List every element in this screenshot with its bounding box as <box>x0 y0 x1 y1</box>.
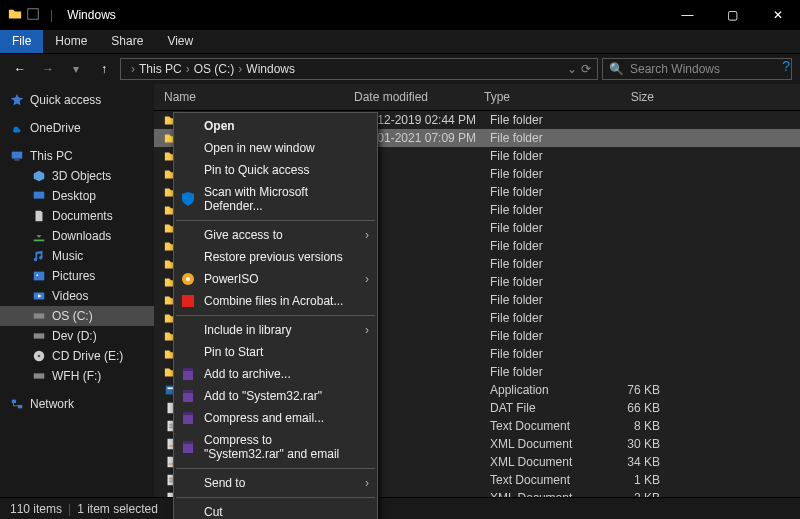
menu-item[interactable]: Restore previous versions <box>174 246 377 268</box>
breadcrumb[interactable]: This PC <box>139 62 182 76</box>
search-icon: 🔍 <box>609 62 624 76</box>
menu-item[interactable]: Pin to Start <box>174 341 377 363</box>
menu-label: Compress to "System32.rar" and email <box>204 433 353 461</box>
cell-size: 34 KB <box>590 455 670 469</box>
poweriso-icon <box>180 271 196 287</box>
cell-type: Text Document <box>490 473 590 487</box>
cell-type: File folder <box>490 239 590 253</box>
back-button[interactable]: ← <box>8 57 32 81</box>
ribbon: File Home Share View <box>0 30 800 54</box>
statusbar: 110 items | 1 item selected <box>0 497 800 519</box>
chevron-down-icon[interactable]: ⌄ <box>567 62 577 76</box>
sidebar-item-onedrive[interactable]: OneDrive <box>0 118 154 138</box>
cell-size: 8 KB <box>590 419 670 433</box>
menu-label: Include in library <box>204 323 291 337</box>
menu-item[interactable]: Compress and email... <box>174 407 377 429</box>
sidebar-item-quick-access[interactable]: Quick access <box>0 90 154 110</box>
tab-view[interactable]: View <box>155 30 205 53</box>
menu-label: Give access to <box>204 228 283 242</box>
search-input[interactable]: 🔍 Search Windows <box>602 58 792 80</box>
sidebar-item-network[interactable]: Network <box>0 394 154 414</box>
sidebar-item-downloads[interactable]: Downloads <box>0 226 154 246</box>
address-bar[interactable]: › This PC › OS (C:) › Windows ⌄ ⟳ <box>120 58 598 80</box>
sidebar-item-osc[interactable]: OS (C:) <box>0 306 154 326</box>
cell-type: File folder <box>490 149 590 163</box>
cell-date: PM <box>360 365 490 379</box>
menu-item[interactable]: Cut <box>174 501 377 519</box>
rar-icon <box>180 439 196 455</box>
menu-label: Compress and email... <box>204 411 324 425</box>
menu-label: Open <box>204 119 235 133</box>
sidebar-item-cddrive[interactable]: CD Drive (E:) <box>0 346 154 366</box>
menu-label: Scan with Microsoft Defender... <box>204 185 353 213</box>
cell-date: PM <box>360 401 490 415</box>
svg-point-7 <box>36 274 38 276</box>
context-menu: OpenOpen in new windowPin to Quick acces… <box>173 112 378 519</box>
menu-item[interactable]: Give access to› <box>174 224 377 246</box>
recent-dropdown-icon[interactable]: ▾ <box>64 57 88 81</box>
svg-rect-34 <box>183 412 193 415</box>
sidebar-item-pictures[interactable]: Pictures <box>0 266 154 286</box>
up-button[interactable]: ↑ <box>92 57 116 81</box>
cell-type: XML Document <box>490 455 590 469</box>
menu-item[interactable]: Combine files in Acrobat... <box>174 290 377 312</box>
chevron-right-icon: › <box>365 323 369 337</box>
cell-type: Application <box>490 383 590 397</box>
breadcrumb[interactable]: Windows <box>246 62 295 76</box>
menu-item[interactable]: Send to› <box>174 472 377 494</box>
chevron-right-icon: › <box>365 476 369 490</box>
cell-date: PM <box>360 221 490 235</box>
menu-label: Pin to Start <box>204 345 263 359</box>
help-icon[interactable]: ? <box>782 58 790 74</box>
menu-label: Pin to Quick access <box>204 163 309 177</box>
refresh-icon[interactable]: ⟳ <box>581 62 591 76</box>
menu-item[interactable]: Include in library› <box>174 319 377 341</box>
menu-item[interactable]: Pin to Quick access <box>174 159 377 181</box>
cell-type: File folder <box>490 185 590 199</box>
maximize-button[interactable]: ▢ <box>710 0 755 30</box>
menu-label: Add to archive... <box>204 367 291 381</box>
cell-type: File folder <box>490 275 590 289</box>
svg-rect-0 <box>28 8 39 19</box>
column-headers[interactable]: Name Date modified Type Size <box>154 84 800 111</box>
tab-share[interactable]: Share <box>99 30 155 53</box>
qat-icon[interactable] <box>26 7 40 24</box>
column-type: Type <box>484 90 584 104</box>
menu-item[interactable]: Scan with Microsoft Defender... <box>174 181 377 217</box>
menu-item[interactable]: Open in new window <box>174 137 377 159</box>
sidebar-item-3dobjects[interactable]: 3D Objects <box>0 166 154 186</box>
forward-button[interactable]: → <box>36 57 60 81</box>
menu-item[interactable]: PowerISO› <box>174 268 377 290</box>
svg-rect-32 <box>183 390 193 393</box>
cell-type: File folder <box>490 365 590 379</box>
column-size: Size <box>584 90 664 104</box>
sidebar-item-desktop[interactable]: Desktop <box>0 186 154 206</box>
cell-date: PM <box>360 437 490 451</box>
sidebar-item-devd[interactable]: Dev (D:) <box>0 326 154 346</box>
minimize-button[interactable]: — <box>665 0 710 30</box>
cell-type: File folder <box>490 221 590 235</box>
sidebar-item-thispc[interactable]: This PC <box>0 146 154 166</box>
menu-item[interactable]: Add to archive... <box>174 363 377 385</box>
menu-item[interactable]: Open <box>174 115 377 137</box>
svg-rect-5 <box>34 192 45 199</box>
sidebar-item-music[interactable]: Music <box>0 246 154 266</box>
svg-rect-14 <box>12 400 16 404</box>
sidebar-item-videos[interactable]: Videos <box>0 286 154 306</box>
cell-type: File folder <box>490 131 590 145</box>
cell-date: PM <box>360 473 490 487</box>
menu-item[interactable]: Compress to "System32.rar" and email <box>174 429 377 465</box>
cell-date: PM <box>360 185 490 199</box>
cell-date: PM <box>360 419 490 433</box>
cell-date: PM <box>360 455 490 469</box>
sidebar-item-documents[interactable]: Documents <box>0 206 154 226</box>
menu-item[interactable]: Add to "System32.rar" <box>174 385 377 407</box>
menu-label: Open in new window <box>204 141 315 155</box>
close-button[interactable]: ✕ <box>755 0 800 30</box>
svg-rect-13 <box>34 373 45 378</box>
tab-file[interactable]: File <box>0 30 43 53</box>
rar-icon <box>180 410 196 426</box>
breadcrumb[interactable]: OS (C:) <box>194 62 235 76</box>
sidebar-item-wfh[interactable]: WFH (F:) <box>0 366 154 386</box>
tab-home[interactable]: Home <box>43 30 99 53</box>
